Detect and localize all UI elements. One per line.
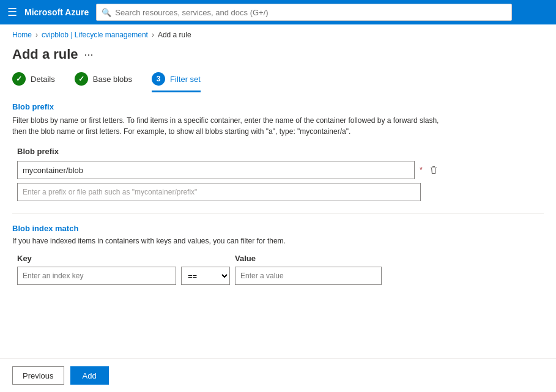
step-details-label: Details [31,75,55,84]
key-column-header: Key [17,254,176,263]
index-value-input[interactable] [235,267,382,285]
operator-select[interactable]: == != > >= < <= [181,267,230,285]
page-header: Add a rule ··· [0,42,556,72]
breadcrumb-cvipblob[interactable]: cvipblob | Lifecycle management [42,31,148,39]
required-star: * [420,166,423,174]
step-filter-set-circle: 3 [152,72,165,86]
index-key-input[interactable] [17,267,176,285]
step-base-blobs-circle: ✓ [75,72,88,86]
blob-prefix-section-title: Blob prefix [12,102,544,111]
step-base-blobs[interactable]: ✓ Base blobs [75,72,132,92]
blob-prefix-field-label: Blob prefix [17,147,544,156]
blob-prefix-section: Blob prefix Filter blobs by name or firs… [12,102,544,201]
operator-column-header [181,254,230,263]
kv-input-row: == != > >= < <= [17,267,544,285]
blob-prefix-secondary-input[interactable]: Enter a prefix or file path such as "myc… [17,183,421,201]
search-icon: 🔍 [102,8,111,17]
delete-prefix-button[interactable] [426,163,441,177]
wizard-steps: ✓ Details ✓ Base blobs 3 Filter set [0,72,556,92]
step-base-blobs-label: Base blobs [93,75,132,84]
blob-index-match-description: If you have indexed items in containers … [12,237,544,245]
page-title: Add a rule [12,46,78,62]
blob-prefix-description: Filter blobs by name or first letters. T… [12,115,440,137]
search-input[interactable] [115,8,506,17]
more-actions-icon[interactable]: ··· [84,48,94,61]
step-details-circle: ✓ [12,72,26,86]
step-filter-set[interactable]: 3 Filter set [152,72,201,92]
blob-prefix-input[interactable] [17,161,415,179]
global-search-box[interactable]: 🔍 [96,4,512,21]
breadcrumb-sep-1: › [35,31,38,39]
breadcrumb: Home › cvipblob | Lifecycle management ›… [0,24,556,42]
value-column-header: Value [235,254,382,263]
breadcrumb-sep-2: › [152,31,154,39]
step-filter-set-label: Filter set [170,75,201,84]
breadcrumb-home[interactable]: Home [12,31,32,39]
section-divider [12,213,544,214]
blob-prefix-placeholder-text: Enter a prefix or file path such as "myc… [23,188,197,196]
hamburger-menu[interactable]: ☰ [7,6,17,19]
app-logo: Microsoft Azure [24,7,89,17]
blob-prefix-input-row: * [17,161,544,179]
breadcrumb-current: Add a rule [158,31,191,39]
kv-header: Key Value [17,254,544,263]
blob-index-match-section: Blob index match If you have indexed ite… [12,224,544,285]
main-content: Blob prefix Filter blobs by name or firs… [0,102,556,285]
step-details[interactable]: ✓ Details [12,72,55,92]
trash-icon [429,165,439,175]
top-nav: ☰ Microsoft Azure 🔍 [0,0,556,24]
blob-index-match-title: Blob index match [12,224,544,233]
